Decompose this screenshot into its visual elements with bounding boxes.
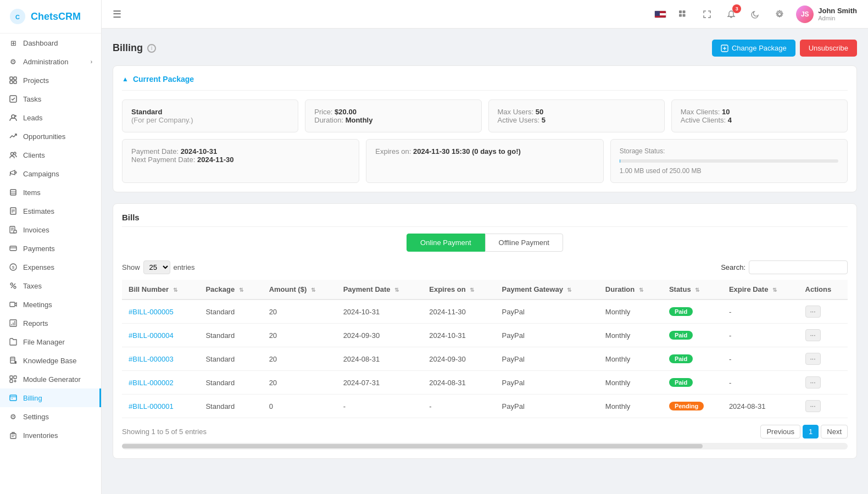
sidebar-item-opportunities[interactable]: Opportunities [0,127,101,146]
chevron-up-icon[interactable]: ▲ [122,75,129,83]
apps-icon[interactable] [675,7,691,22]
sidebar-item-label: Campaigns [23,170,92,178]
sidebar-item-meetings[interactable]: Meetings [0,295,101,314]
fullscreen-icon[interactable] [699,7,715,22]
payments-icon [9,244,18,253]
hamburger-menu[interactable]: ☰ [113,8,121,20]
cell-amount: 20 [263,371,337,395]
cell-amount: 20 [263,324,337,347]
row-action-button[interactable]: ··· [805,353,821,365]
avatar-image: JS [796,5,814,23]
svg-rect-44 [14,376,16,379]
sidebar-item-campaigns[interactable]: Campaigns [0,164,101,183]
sidebar-item-taxes[interactable]: Taxes [0,276,101,295]
payment-date-info: Payment Date: 2024-10-31 Next Payment Da… [131,147,350,164]
clients-card: Max Clients: 10 Active Clients: 4 [671,99,848,132]
sidebar-item-billing[interactable]: Billing [0,388,101,407]
entries-select[interactable]: 25 10 50 [143,260,170,274]
col-status[interactable]: Status ⇅ [663,280,722,299]
sidebar-item-estimates[interactable]: Estimates [0,202,101,220]
svg-point-32 [14,286,16,288]
cell-gateway: PayPal [496,299,599,324]
sidebar-item-label: Leads [23,114,92,122]
online-payment-button[interactable]: Online Payment [407,234,485,252]
cell-expire-date: - [722,347,799,371]
header-right: JS John Smith Admin [654,5,857,23]
taxes-icon [9,281,18,290]
row-action-button[interactable]: ··· [805,400,821,412]
bill-number-link[interactable]: #BILL-000001 [129,402,174,410]
col-expires-on[interactable]: Expires on ⇅ [422,280,495,299]
row-action-button[interactable]: ··· [805,376,821,388]
sidebar-item-knowledge-base[interactable]: Knowledge Base [0,351,101,370]
bill-number-link[interactable]: #BILL-000004 [129,331,174,340]
row-action-button[interactable]: ··· [805,306,821,318]
sidebar-item-payments[interactable]: Payments [0,239,101,258]
col-payment-date[interactable]: Payment Date ⇅ [337,280,423,299]
bill-number-link[interactable]: #BILL-000005 [129,308,174,316]
inventories-icon [9,431,18,440]
gear-icon[interactable] [772,7,787,22]
sidebar-item-projects[interactable]: Projects [0,71,101,90]
table-head: Bill Number ⇅ Package ⇅ Amount ($) ⇅ Pay… [122,280,848,299]
status-badge: Paid [669,331,693,340]
logo-area[interactable]: C ChetsCRM [0,0,101,34]
language-flag[interactable] [654,10,666,18]
status-badge: Paid [669,378,693,387]
col-bill-number[interactable]: Bill Number ⇅ [122,280,199,299]
sidebar-item-expenses[interactable]: $ Expenses [0,258,101,276]
top-header: ☰ JS John Smit [102,0,868,29]
bill-number-link[interactable]: #BILL-000003 [129,355,174,363]
col-payment-gateway[interactable]: Payment Gateway ⇅ [496,280,599,299]
user-details: John Smith Admin [818,7,857,21]
users-card: Max Users: 50 Active Users: 5 [488,99,665,132]
svg-rect-48 [10,395,16,401]
cell-gateway: PayPal [496,395,599,418]
cell-bill-number: #BILL-000003 [122,347,199,371]
page-1-button[interactable]: 1 [803,425,819,439]
sidebar-item-tasks[interactable]: Tasks [0,90,101,108]
sidebar-item-module-generator[interactable]: Module Generator [0,370,101,388]
info-icon[interactable]: i [147,44,156,53]
dark-mode-icon[interactable] [748,7,763,22]
svg-rect-56 [679,14,682,16]
knowledge-base-icon [9,356,18,365]
svg-text:C: C [15,14,20,20]
cell-expire-date: - [722,299,799,324]
col-duration[interactable]: Duration ⇅ [599,280,663,299]
change-package-button[interactable]: Change Package [712,40,795,57]
opportunities-icon [9,132,18,141]
sidebar-item-settings[interactable]: ⚙ Settings [0,407,101,426]
sidebar-item-invoices[interactable]: Invoices [0,220,101,239]
offline-payment-button[interactable]: Offline Payment [485,234,563,252]
unsubscribe-button[interactable]: Unsubscribe [800,40,857,57]
col-expire-date[interactable]: Expire Date ⇅ [722,280,799,299]
col-package[interactable]: Package ⇅ [199,280,262,299]
sidebar-item-inventories[interactable]: Inventories [0,426,101,445]
cell-bill-number: #BILL-000001 [122,395,199,418]
row-action-button[interactable]: ··· [805,329,821,341]
prev-button[interactable]: Previous [760,425,800,439]
notification-bell-icon[interactable] [724,7,739,22]
svg-point-14 [15,172,16,174]
bills-table: Bill Number ⇅ Package ⇅ Amount ($) ⇅ Pay… [122,280,848,418]
horizontal-scrollbar[interactable] [122,443,848,449]
sidebar-item-file-manager[interactable]: File Manager [0,332,101,351]
table-row: #BILL-000004 Standard 20 2024-09-30 2024… [122,324,848,347]
sidebar-item-leads[interactable]: Leads [0,108,101,127]
sidebar-item-administration[interactable]: ⚙ Administration › [0,52,101,71]
payment-buttons: Online Payment Offline Payment [122,234,848,252]
sidebar-item-items[interactable]: Items [0,183,101,202]
sidebar-item-clients[interactable]: Clients [0,146,101,164]
cell-package: Standard [199,371,262,395]
table-row: #BILL-000003 Standard 20 2024-08-31 2024… [122,347,848,371]
sidebar-item-reports[interactable]: Reports [0,314,101,332]
package-name: Standard (For per Company.) [131,108,289,124]
search-input[interactable] [749,260,848,274]
bill-number-link[interactable]: #BILL-000002 [129,379,174,387]
sidebar-item-dashboard[interactable]: ⊞ Dashboard [0,34,101,52]
sidebar-item-label: Dashboard [23,39,92,47]
user-profile[interactable]: JS John Smith Admin [796,5,857,23]
next-button[interactable]: Next [821,425,848,439]
col-amount[interactable]: Amount ($) ⇅ [263,280,337,299]
